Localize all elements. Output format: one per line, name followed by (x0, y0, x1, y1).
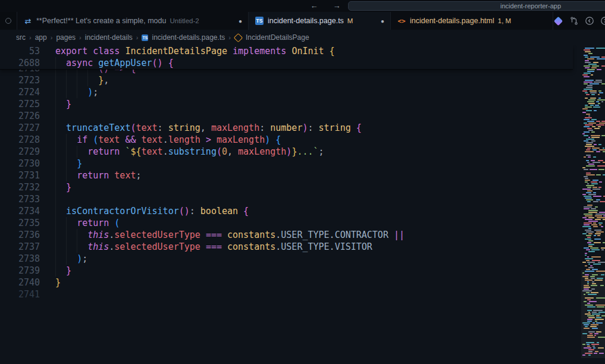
code-line[interactable]: 2728 if (text && text.length > maxLength… (0, 134, 573, 146)
minimap-line-icon (586, 94, 590, 95)
minimap-line-icon (596, 174, 600, 175)
tab-incident-details-page-html[interactable]: <> incident-details.page.html 1, M (391, 12, 553, 30)
minimap-line-icon (584, 81, 593, 83)
minimap-line-icon (597, 278, 603, 279)
minimap-line-icon (584, 294, 585, 295)
code-line[interactable]: 2729 return `${text.substring(0, maxLeng… (0, 146, 573, 158)
minimap-line-icon (587, 85, 593, 86)
tab-chat-untitled-2[interactable]: ⇄ **Perfect!** Let's create a simple, mo… (17, 12, 249, 30)
minimap-line-icon (588, 137, 590, 138)
code-line[interactable]: 2741 (0, 288, 573, 300)
indent-guide-icon (55, 134, 56, 146)
minimap-line-icon (586, 192, 591, 193)
minimap-line-icon (592, 312, 596, 313)
history-forward-button[interactable]: → (330, 0, 343, 12)
history-back-button[interactable]: ← (308, 0, 321, 12)
dirty-indicator[interactable]: ● (235, 18, 242, 24)
minimap-line-icon (591, 131, 595, 133)
code-line[interactable]: 2733 (0, 193, 573, 205)
code-line[interactable]: 2727 truncateText(text: string, maxLengt… (0, 122, 573, 134)
code-line[interactable]: 2731 return text; (0, 170, 573, 181)
code-line[interactable]: 2740} (0, 277, 573, 288)
breadcrumb-item-incident-details[interactable]: incident-details (85, 33, 133, 42)
minimap-line-icon (598, 169, 604, 170)
minimap-line-icon (587, 121, 594, 122)
code-line[interactable]: 2735 return ( (0, 217, 573, 229)
code-line[interactable]: 2730 } (0, 158, 573, 170)
minimap-line-icon (588, 210, 598, 211)
gem-icon[interactable] (553, 16, 563, 26)
minimap-line-icon (584, 206, 592, 208)
minimap-line-icon (594, 353, 597, 354)
code-line[interactable]: 2736 this.selectedUserType === constants… (0, 229, 573, 241)
breadcrumb: src › app › pages › incident-details › T… (0, 30, 573, 45)
minimap-line-icon (586, 185, 594, 186)
indent-guide-icon (77, 86, 77, 98)
code-line[interactable]: 2726 (0, 110, 573, 122)
minimap-line-icon (588, 221, 598, 222)
minimap-line-icon (598, 144, 601, 145)
breadcrumb-item-src[interactable]: src (16, 33, 26, 42)
indent-guide-icon (55, 229, 56, 241)
tab-incident-details-page-ts[interactable]: TS incident-details.page.ts M ● (249, 12, 391, 30)
code-line[interactable]: 2732 } (0, 181, 573, 193)
minimap-line-icon (588, 294, 597, 295)
minimap-line-icon (591, 137, 600, 138)
code-line[interactable]: 2737 this.selectedUserType === constants… (0, 241, 573, 253)
circle-back-icon[interactable] (584, 16, 594, 26)
code-line[interactable]: 2688 async getAppUser() { (0, 57, 573, 69)
breadcrumb-item-app[interactable]: app (35, 33, 47, 42)
minimap-line-icon (592, 328, 598, 329)
minimap-line-icon (585, 271, 594, 272)
minimap-line-icon (584, 49, 590, 51)
indent-guide-icon (66, 170, 67, 181)
compare-changes-icon[interactable] (569, 16, 579, 26)
code-text: this.selectedUserType === constants.USER… (55, 241, 372, 253)
minimap-line-icon (584, 83, 588, 84)
code-line[interactable]: 2738 ); (0, 253, 573, 265)
minimap-line-icon (594, 110, 597, 111)
indent-guide-icon (66, 134, 67, 146)
indent-guide-icon (77, 146, 77, 158)
minimap-line-icon (584, 208, 590, 209)
minimap-line-icon (598, 187, 601, 188)
breadcrumb-item-class[interactable]: IncidentDetailsPage (246, 33, 309, 42)
minimap-line-icon (588, 53, 593, 54)
minimap-line-icon (584, 214, 593, 215)
minimap-line-icon (586, 155, 591, 156)
minimap-line-icon (590, 276, 595, 277)
sticky-scroll[interactable]: 53export class IncidentDetailsPage imple… (0, 45, 573, 70)
minimap-line-icon (588, 217, 594, 218)
code-line[interactable]: 2734 isContractorOrVisitor(): boolean { (0, 205, 573, 217)
minimap-line-icon (588, 64, 597, 65)
code-line[interactable]: 53export class IncidentDetailsPage imple… (0, 45, 573, 57)
dirty-indicator[interactable]: ● (377, 18, 384, 24)
code-text: } (55, 277, 61, 288)
minimap-line-icon (601, 274, 604, 275)
command-center-search[interactable]: incident-reporter-app (348, 1, 605, 11)
problems-and-git-badge: 1, M (498, 17, 511, 24)
code-line[interactable]: 2739 } (0, 265, 573, 277)
minimap-line-icon (582, 108, 588, 109)
minimap-line-icon (588, 164, 594, 165)
minimap-line-icon (585, 92, 588, 93)
minimap[interactable] (581, 45, 605, 364)
minimap-line-icon (585, 219, 593, 220)
overflow-tab[interactable] (0, 12, 17, 30)
minimap-line-icon (596, 48, 605, 49)
breadcrumb-item-file[interactable]: incident-details.page.ts (152, 33, 225, 42)
code-line[interactable]: 2724 ); (0, 86, 573, 98)
chevron-right-icon: › (79, 34, 81, 41)
breadcrumb-item-pages[interactable]: pages (56, 33, 76, 42)
tab-bar: ⇄ **Perfect!** Let's create a simple, mo… (0, 12, 605, 30)
minimap-line-icon (584, 176, 588, 177)
code-editor[interactable]: 2718 () => {2723 },2724 );2725 }27262727… (0, 45, 605, 364)
code-line[interactable]: 2725 } (0, 98, 573, 110)
minimap-line-icon (592, 260, 600, 261)
minimap-line-icon (591, 288, 595, 290)
minimap-line-icon (596, 271, 605, 272)
line-number: 2735 (0, 217, 40, 229)
circle-forward-icon[interactable] (600, 16, 605, 26)
minimap-line-icon (591, 324, 598, 325)
code-line[interactable]: 2723 }, (0, 74, 573, 86)
